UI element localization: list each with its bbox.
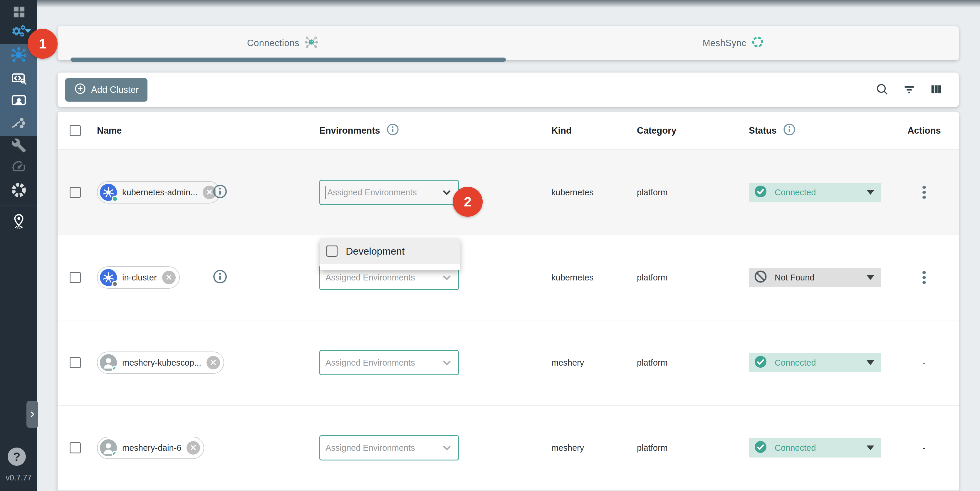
- row-checkbox[interactable]: [70, 442, 81, 453]
- remove-connection-button[interactable]: [207, 356, 220, 369]
- info-icon[interactable]: [783, 123, 796, 138]
- table-row: in-cluster Assigned Environments kuberne…: [57, 235, 959, 320]
- status-dropdown[interactable]: Not Found: [749, 268, 881, 287]
- search-icon: [875, 83, 889, 97]
- select-divider: [436, 186, 436, 199]
- row-actions-menu-button[interactable]: [921, 269, 928, 286]
- help-label: ?: [13, 450, 20, 463]
- column-category[interactable]: Category: [637, 126, 676, 136]
- select-divider: [436, 356, 436, 369]
- close-icon: [165, 273, 173, 282]
- filter-button[interactable]: [902, 83, 916, 97]
- speedometer-icon: [11, 159, 26, 174]
- toolbar: Add Cluster: [57, 73, 959, 107]
- meshery-connections-page: ? v0.7.77 Connections MeshSync: [0, 0, 980, 491]
- pipeline-flow-icon: [11, 115, 26, 131]
- dashboard-icon: [12, 5, 25, 19]
- connection-name-chip[interactable]: kubernetes-admin...: [97, 181, 220, 203]
- remove-connection-button[interactable]: [186, 441, 200, 454]
- sidebar-item-environments[interactable]: [11, 213, 27, 229]
- status-label: Connected: [775, 188, 859, 197]
- practitioner-screen-icon: [11, 94, 26, 109]
- tab-meshsync[interactable]: MeshSync: [508, 26, 959, 60]
- column-environments[interactable]: Environments: [319, 126, 380, 136]
- meshery-ring-icon: [11, 182, 26, 198]
- text-cursor: [326, 186, 326, 199]
- tour-step-badge-2: 2: [453, 187, 483, 217]
- columns-view-button[interactable]: [929, 83, 943, 97]
- connection-name: in-cluster: [122, 273, 157, 283]
- table-header: Name Environments Kind Category Status A…: [57, 111, 959, 150]
- sidebar-item-meshery[interactable]: [11, 182, 27, 198]
- environments-select[interactable]: Development: [319, 180, 459, 205]
- badge-number: 2: [464, 194, 471, 210]
- sidebar-item-configuration[interactable]: [11, 70, 27, 87]
- status-dropdown[interactable]: Connected: [749, 438, 881, 458]
- info-icon[interactable]: [386, 123, 399, 138]
- status-dropdown[interactable]: Connected: [749, 183, 881, 202]
- category-value: platform: [637, 443, 668, 453]
- remove-connection-button[interactable]: [162, 271, 176, 284]
- category-value: platform: [637, 188, 668, 197]
- environments-input[interactable]: [327, 188, 433, 198]
- environment-option-checkbox[interactable]: [326, 246, 337, 257]
- sidebar-item-dashboard[interactable]: [11, 3, 27, 20]
- caret-down-icon: [867, 360, 874, 365]
- search-button[interactable]: [875, 83, 889, 97]
- row-checkbox[interactable]: [70, 187, 81, 198]
- status-label: Connected: [775, 443, 859, 453]
- environments-placeholder: Assigned Environments: [326, 443, 433, 453]
- environments-select[interactable]: Assigned Environments: [319, 350, 459, 375]
- version-label: v0.7.77: [0, 474, 37, 483]
- sidebar-item-kanvas[interactable]: [11, 47, 27, 63]
- column-status[interactable]: Status: [749, 126, 777, 136]
- kubernetes-logo-icon: [100, 269, 117, 286]
- row-actions-menu-button[interactable]: [921, 184, 928, 200]
- connection-name: kubernetes-admin...: [122, 188, 197, 197]
- connections-mesh-icon: [304, 35, 319, 52]
- column-kind[interactable]: Kind: [551, 126, 572, 136]
- caret-down-icon: [867, 190, 874, 195]
- add-cluster-button[interactable]: Add Cluster: [65, 78, 148, 102]
- tab-meshsync-label: MeshSync: [703, 38, 746, 48]
- sidebar-item-practitioner[interactable]: [11, 93, 27, 109]
- connection-info-icon[interactable]: [212, 269, 228, 286]
- chevron-down-icon[interactable]: [441, 186, 453, 198]
- sidebar-item-performance[interactable]: [11, 158, 27, 175]
- top-shadow: [37, 0, 980, 8]
- row-checkbox[interactable]: [70, 272, 81, 283]
- environments-placeholder: Assigned Environments: [326, 358, 433, 368]
- chevron-down-icon[interactable]: [25, 29, 31, 33]
- chevron-down-icon[interactable]: [441, 442, 453, 454]
- environment-option-development[interactable]: Development: [320, 238, 460, 264]
- connection-name-chip[interactable]: in-cluster: [97, 266, 180, 289]
- environment-option-label: Development: [346, 246, 404, 257]
- connection-name-chip[interactable]: meshery-kubescop...: [97, 351, 224, 374]
- environments-select[interactable]: Assigned Environments: [319, 435, 459, 461]
- kind-value: kubernetes: [551, 273, 594, 283]
- add-cluster-label: Add Cluster: [91, 84, 138, 95]
- connection-name: meshery-dain-6: [122, 443, 181, 453]
- select-all-checkbox[interactable]: [70, 125, 81, 136]
- sidebar-item-toolkit[interactable]: [11, 137, 27, 154]
- check-circle-icon: [754, 440, 768, 456]
- sidebar-item-pipeline[interactable]: [11, 115, 27, 131]
- status-label: Not Found: [775, 273, 859, 283]
- select-divider: [436, 271, 436, 284]
- connection-info-icon[interactable]: [212, 184, 228, 201]
- column-actions: Actions: [907, 126, 941, 136]
- chevron-down-icon[interactable]: [441, 272, 453, 283]
- connection-name-chip[interactable]: meshery-dain-6: [97, 437, 204, 459]
- help-icon[interactable]: ?: [8, 448, 26, 466]
- badge-number: 1: [39, 36, 46, 52]
- status-dropdown[interactable]: Connected: [749, 353, 881, 372]
- row-checkbox[interactable]: [70, 357, 81, 368]
- connection-status-dot: [111, 195, 118, 202]
- sidebar-expand-button[interactable]: [26, 401, 38, 428]
- check-circle-icon: [754, 355, 768, 371]
- tab-connections[interactable]: Connections: [57, 26, 508, 60]
- meshery-avatar-icon: [100, 354, 117, 371]
- chevron-down-icon[interactable]: [441, 357, 453, 369]
- column-name[interactable]: Name: [97, 126, 122, 136]
- environments-dropdown-menu: Development: [320, 238, 460, 270]
